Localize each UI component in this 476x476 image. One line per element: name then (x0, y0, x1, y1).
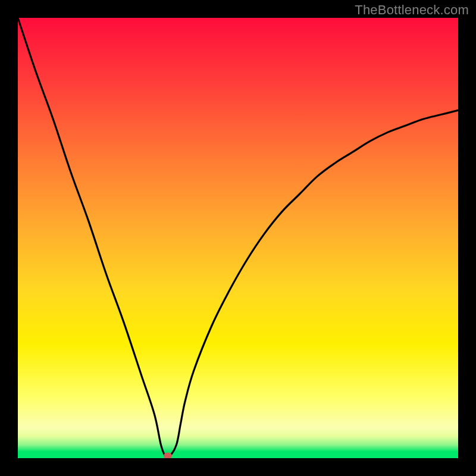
chart-frame: TheBottleneck.com (0, 0, 476, 476)
curve-layer (18, 18, 458, 458)
watermark-text: TheBottleneck.com (355, 2, 469, 18)
plot-area (18, 18, 458, 458)
bottleneck-curve (18, 18, 458, 458)
min-point-marker (164, 453, 172, 458)
